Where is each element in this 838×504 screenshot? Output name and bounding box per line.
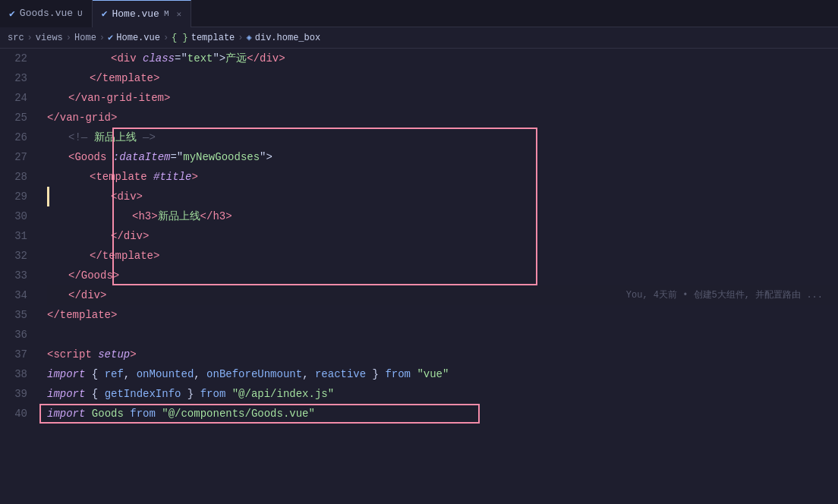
code-line-33: </Goods> xyxy=(47,266,838,285)
code-line-40: import Goods from "@/components/Goods.vu… xyxy=(47,404,838,424)
code-line-36 xyxy=(47,325,838,345)
tab-goods[interactable]: ✔ Goods.vue U xyxy=(0,0,93,27)
breadcrumb-sep5: › xyxy=(238,33,243,43)
ln-27: 27 xyxy=(0,147,27,167)
tab-goods-label: Goods.vue xyxy=(20,8,73,19)
ln-37: 37 xyxy=(0,345,27,364)
tab-home-close[interactable]: ✕ xyxy=(177,9,182,19)
ln-39: 39 xyxy=(0,384,27,404)
ln-33: 33 xyxy=(0,266,27,285)
goods-vue-icon: ✔ xyxy=(9,8,15,20)
ln-24: 24 xyxy=(0,88,27,108)
breadcrumb-home-dir: Home xyxy=(74,33,96,43)
editor: 22 23 24 25 26 27 28 29 30 31 32 33 34 3… xyxy=(0,49,838,504)
code-line-27: <Goods :dataItem =" myNewGoodses "> xyxy=(47,147,838,167)
breadcrumb-views: views xyxy=(36,33,63,43)
tab-home[interactable]: ✔ Home.vue M ✕ xyxy=(93,0,191,27)
breadcrumb-home-vue: Home.vue xyxy=(116,33,160,43)
tab-home-modifier: M xyxy=(164,9,169,18)
breadcrumb-sep4: › xyxy=(163,33,169,43)
ln-36: 36 xyxy=(0,325,27,345)
home-vue-icon: ✔ xyxy=(102,8,108,20)
breadcrumb-div: div.home_box xyxy=(255,33,320,43)
line-numbers: 22 23 24 25 26 27 28 29 30 31 32 33 34 3… xyxy=(0,49,39,504)
code-line-32: </template> xyxy=(47,246,838,266)
ln-35: 35 xyxy=(0,305,27,325)
code-line-37: <script setup > xyxy=(47,345,838,364)
ln-23: 23 xyxy=(0,68,27,88)
ln-26: 26 xyxy=(0,128,27,147)
code-line-26: <!— 新品上线 —> xyxy=(47,128,838,147)
breadcrumb-template: template xyxy=(191,33,235,43)
breadcrumb-sep3: › xyxy=(99,33,105,43)
code-line-34: </div> You, 4天前 • 创建5大组件, 并配置路由 ... xyxy=(47,285,838,305)
code-line-22: <div class =" text "> 产远 </div> xyxy=(47,49,838,68)
ln-38: 38 xyxy=(0,364,27,384)
status-hint: You, 4天前 • 创建5大组件, 并配置路由 ... xyxy=(626,285,823,305)
ln-34: 34 xyxy=(0,285,27,305)
ln-25: 25 xyxy=(0,108,27,128)
code-area[interactable]: <div class =" text "> 产远 </div> </templa… xyxy=(39,49,838,504)
code-line-39: import { getIndexInfo } from "@/api/inde… xyxy=(47,384,838,404)
code-line-23: </template> xyxy=(47,68,838,88)
code-line-28: <template #title > xyxy=(47,167,838,187)
ln-40: 40 xyxy=(0,404,27,424)
code-line-31: </div> xyxy=(47,226,838,246)
breadcrumb-src: src xyxy=(8,33,24,43)
tab-bar: ✔ Goods.vue U ✔ Home.vue M ✕ xyxy=(0,0,838,27)
tab-home-label: Home.vue xyxy=(112,8,159,20)
code-line-30: <h3> 新品上线 </h3> xyxy=(47,206,838,226)
tab-goods-modifier: U xyxy=(77,9,83,18)
breadcrumb-div-icon: ◈ xyxy=(247,32,252,43)
yellow-bar xyxy=(47,187,49,206)
ln-30: 30 xyxy=(0,206,27,226)
ln-31: 31 xyxy=(0,226,27,246)
ln-28: 28 xyxy=(0,167,27,187)
breadcrumb-vue-icon: ✔ xyxy=(108,32,113,43)
code-line-24: </van-grid-item> xyxy=(47,88,838,108)
code-line-35: </template> xyxy=(47,305,838,325)
breadcrumb: src › views › Home › ✔ Home.vue › { } te… xyxy=(0,27,838,49)
ln-32: 32 xyxy=(0,246,27,266)
breadcrumb-template-icon: { } xyxy=(172,33,188,43)
breadcrumb-sep1: › xyxy=(27,33,33,43)
ln-22: 22 xyxy=(0,49,27,68)
ln-29: 29 xyxy=(0,187,27,206)
code-line-38: import { ref , onMounted , onBeforeUnmou… xyxy=(47,364,838,384)
code-line-29: <div> xyxy=(47,187,838,206)
code-line-25: </van-grid> xyxy=(47,108,838,128)
breadcrumb-sep2: › xyxy=(66,33,71,43)
